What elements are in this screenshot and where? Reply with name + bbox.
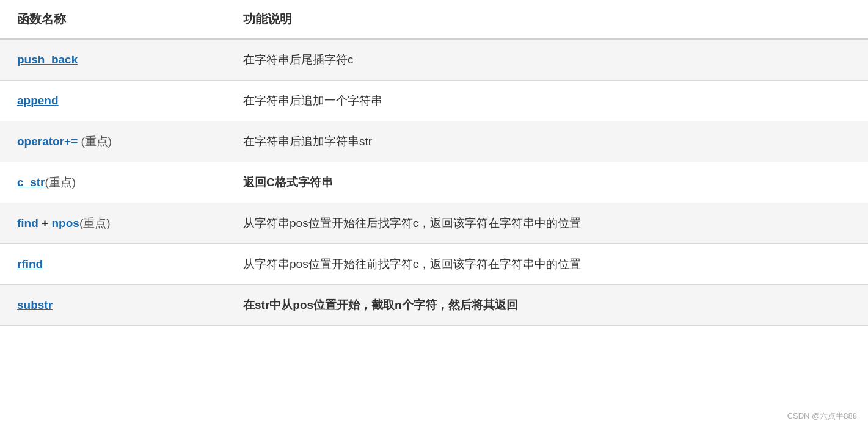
- func-link[interactable]: substr: [17, 298, 53, 311]
- func-link-find[interactable]: find: [17, 217, 38, 229]
- func-link[interactable]: push_back: [17, 53, 78, 66]
- col-header-desc: 功能说明: [226, 0, 868, 39]
- func-name-cell: operator+= (重点): [0, 121, 226, 162]
- func-name-cell: rfind: [0, 244, 226, 285]
- func-link[interactable]: operator+=: [17, 135, 78, 148]
- func-name-cell: c_str(重点): [0, 162, 226, 203]
- func-desc-cell: 从字符串pos位置开始往前找字符c，返回该字符在字符串中的位置: [226, 244, 868, 285]
- table-row: push_back在字符串后尾插字符c: [0, 39, 868, 81]
- table-row: operator+= (重点)在字符串后追加字符串str: [0, 121, 868, 162]
- table-row: c_str(重点)返回C格式字符串: [0, 162, 868, 203]
- func-name-cell: push_back: [0, 39, 226, 81]
- func-suffix: (重点): [79, 217, 111, 229]
- func-link-npos[interactable]: npos: [51, 217, 79, 229]
- func-separator: +: [38, 217, 52, 229]
- func-suffix: (重点): [45, 176, 76, 189]
- table-row: append在字符串后追加一个字符串: [0, 81, 868, 121]
- func-desc-cell: 在str中从pos位置开始，截取n个字符，然后将其返回: [226, 285, 868, 326]
- func-name-cell: append: [0, 81, 226, 121]
- func-link[interactable]: c_str: [17, 176, 45, 189]
- func-link[interactable]: rfind: [17, 258, 43, 270]
- func-desc-cell: 从字符串pos位置开始往后找字符c，返回该字符在字符串中的位置: [226, 203, 868, 244]
- func-desc-cell: 在字符串后追加一个字符串: [226, 81, 868, 121]
- table-row: rfind从字符串pos位置开始往前找字符c，返回该字符在字符串中的位置: [0, 244, 868, 285]
- func-desc-cell: 在字符串后尾插字符c: [226, 39, 868, 81]
- func-name-cell: substr: [0, 285, 226, 326]
- func-link[interactable]: append: [17, 94, 59, 107]
- func-suffix: (重点): [78, 135, 112, 148]
- table-header: 函数名称 功能说明: [0, 0, 868, 39]
- col-header-func: 函数名称: [0, 0, 226, 39]
- func-name-cell: find + npos(重点): [0, 203, 226, 244]
- table-row: substr在str中从pos位置开始，截取n个字符，然后将其返回: [0, 285, 868, 326]
- watermark: CSDN @六点半888: [787, 411, 857, 422]
- func-desc-cell: 在字符串后追加字符串str: [226, 121, 868, 162]
- table-row: find + npos(重点)从字符串pos位置开始往后找字符c，返回该字符在字…: [0, 203, 868, 244]
- func-desc-cell: 返回C格式字符串: [226, 162, 868, 203]
